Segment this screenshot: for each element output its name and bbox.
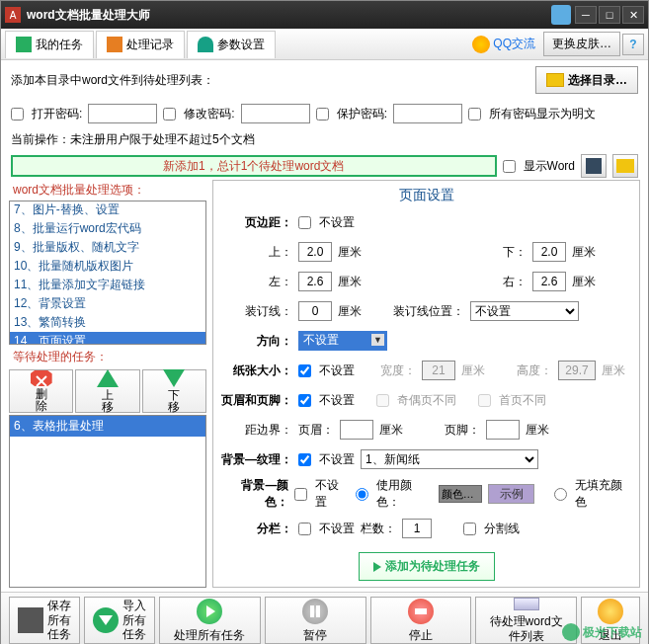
qq-label: QQ交流 <box>493 36 535 52</box>
pause-label: 暂停 <box>303 628 327 642</box>
footer-input[interactable] <box>486 420 520 440</box>
floppy-icon <box>586 158 602 174</box>
show-word-check[interactable] <box>503 160 516 173</box>
tab-label: 参数设置 <box>217 37 265 53</box>
paper-noset-label: 不设置 <box>319 362 355 379</box>
pause-button[interactable]: 暂停 <box>265 597 366 644</box>
folder-icon <box>546 73 564 87</box>
window-controls: ─ □ ✕ <box>575 6 644 24</box>
pending-listbox[interactable]: 6、表格批量处理 <box>9 415 206 588</box>
unit: 厘米 <box>338 303 362 320</box>
save-all-button[interactable]: 保存 所有 任务 <box>9 597 80 644</box>
x-icon <box>31 370 52 386</box>
option-item[interactable]: 13、繁简转换 <box>10 313 205 332</box>
help-button[interactable]: ? <box>622 34 644 55</box>
move-down-button[interactable]: 下 移 <box>142 369 206 413</box>
exit-icon <box>598 599 623 624</box>
orient-label: 方向： <box>221 333 292 350</box>
top-input[interactable] <box>298 242 332 262</box>
right-input[interactable] <box>532 272 566 291</box>
open-pwd-check[interactable] <box>11 108 24 121</box>
process-all-label: 处理所有任务 <box>174 628 245 642</box>
process-all-button[interactable]: 处理所有任务 <box>159 597 261 644</box>
open-icon-button[interactable] <box>612 154 638 178</box>
header-input[interactable] <box>340 420 373 440</box>
close-button[interactable]: ✕ <box>622 6 644 24</box>
gutter-pos-select[interactable]: 不设置 <box>470 301 579 321</box>
divider-check[interactable] <box>463 523 476 535</box>
option-item[interactable]: 11、批量添加文字超链接 <box>10 276 205 294</box>
up-label: 上 移 <box>102 389 114 413</box>
protect-pwd-input[interactable] <box>393 104 462 123</box>
nofill-radio[interactable] <box>554 488 567 501</box>
option-item[interactable]: 7、图片-替换、设置 <box>10 201 205 219</box>
options-listbox[interactable]: 6、表格批量处理7、图片-替换、设置8、批量运行word宏代码9、批量版权、随机… <box>9 201 206 345</box>
option-item[interactable]: 8、批量运行word宏代码 <box>10 219 205 238</box>
tab-history[interactable]: 处理记录 <box>96 31 185 58</box>
bottom-input[interactable] <box>532 242 566 262</box>
margin-label: 页边距： <box>221 214 292 231</box>
gutter-input[interactable] <box>298 301 332 321</box>
option-item[interactable]: 12、背景设置 <box>10 294 205 313</box>
color-button[interactable]: 颜色… <box>439 485 482 503</box>
hf-noset-check[interactable] <box>298 394 311 407</box>
delete-button[interactable]: 删 除 <box>9 369 73 413</box>
columns-label: 分栏： <box>221 521 292 537</box>
tab-my-tasks[interactable]: 我的任务 <box>5 31 94 58</box>
unit: 厘米 <box>338 274 362 290</box>
texture-noset-check[interactable] <box>298 453 311 466</box>
colcount-input[interactable] <box>402 519 432 538</box>
skin-button[interactable]: 更换皮肤… <box>543 32 620 56</box>
maximize-button[interactable]: □ <box>599 6 620 24</box>
oddeven-label: 奇偶页不同 <box>397 392 456 409</box>
left-label: 左： <box>221 274 292 290</box>
orient-select[interactable]: 不设置 <box>298 331 387 351</box>
usecolor-radio[interactable] <box>356 488 368 501</box>
protect-pwd-check[interactable] <box>316 108 329 121</box>
oddeven-check <box>376 394 389 407</box>
bottom-toolbar: 保存 所有 任务 导入 所有 任务 处理所有任务 暂停 停止 待处理word文 … <box>1 592 648 644</box>
columns-noset-check[interactable] <box>298 523 311 535</box>
margin-noset-check[interactable] <box>298 216 311 229</box>
protect-pwd-label: 保护密码: <box>337 106 387 122</box>
open-pwd-input[interactable] <box>88 104 157 123</box>
paper-noset-check[interactable] <box>298 364 311 377</box>
plain-pwd-check[interactable] <box>468 108 481 121</box>
import-all-button[interactable]: 导入 所有 任务 <box>84 597 155 644</box>
bgcolor-label: 背景—颜色： <box>221 477 288 511</box>
texture-select[interactable]: 1、新闻纸 <box>361 449 538 469</box>
left-input[interactable] <box>298 272 332 291</box>
bgcolor-noset-check[interactable] <box>294 488 307 501</box>
unit: 厘米 <box>379 422 403 439</box>
titlebar: A word文档批量处理大师 ─ □ ✕ <box>1 1 648 29</box>
tshirt-icon[interactable] <box>551 5 571 25</box>
stop-button[interactable]: 停止 <box>370 597 472 644</box>
usecolor-label: 使用颜色： <box>376 477 433 511</box>
minimize-button[interactable]: ─ <box>575 6 597 24</box>
height-label: 高度： <box>517 362 552 379</box>
texture-noset-label: 不设置 <box>319 451 355 468</box>
choose-folder-button[interactable]: 选择目录… <box>535 66 638 94</box>
save-icon-button[interactable] <box>581 154 607 178</box>
tab-settings[interactable]: 参数设置 <box>187 31 276 58</box>
unit: 厘米 <box>338 244 362 261</box>
option-item[interactable]: 9、批量版权、随机文字 <box>10 238 205 257</box>
move-up-button[interactable]: 上 移 <box>75 369 139 413</box>
pending-item[interactable]: 6、表格批量处理 <box>10 416 205 437</box>
gutter-label: 装订线： <box>221 303 292 320</box>
add-task-button[interactable]: 添加为待处理任务 <box>359 552 495 581</box>
modify-pwd-check[interactable] <box>163 108 176 121</box>
qq-link[interactable]: QQ交流 <box>472 36 535 53</box>
left-column: word文档批量处理选项： 6、表格批量处理7、图片-替换、设置8、批量运行wo… <box>9 180 206 588</box>
hf-label: 页眉和页脚： <box>221 392 292 409</box>
plain-pwd-label: 所有密码显示为明文 <box>489 106 596 122</box>
add-folder-label: 添加本目录中word文件到待处理列表： <box>11 72 214 89</box>
option-item[interactable]: 14、页面设置 <box>10 332 205 345</box>
watermark: 极光下载站 <box>562 623 642 641</box>
color-sample: 示例 <box>488 484 535 504</box>
down-label: 下 移 <box>168 389 180 413</box>
app-icon: A <box>5 7 21 23</box>
option-item[interactable]: 10、批量随机版权图片 <box>10 257 205 276</box>
modify-pwd-input[interactable] <box>241 104 310 123</box>
paper-label: 纸张大小： <box>221 362 292 379</box>
